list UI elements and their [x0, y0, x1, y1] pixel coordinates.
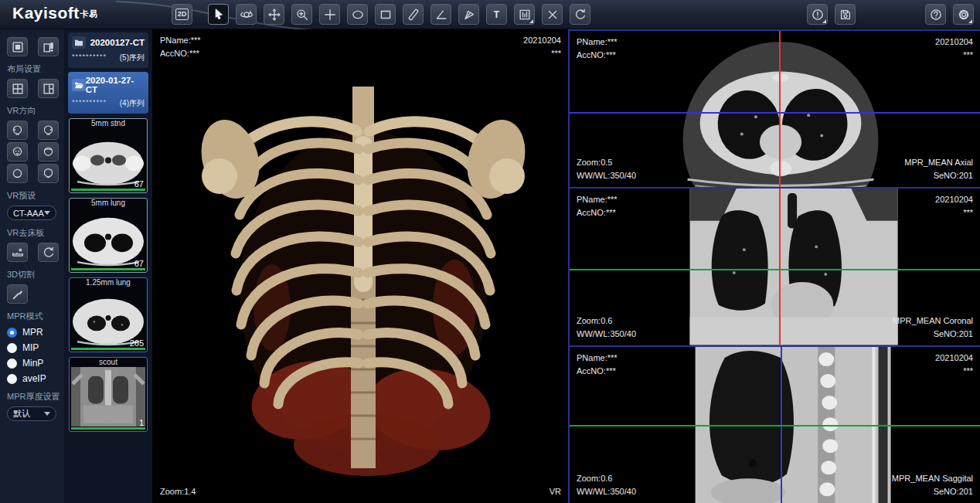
mpr-overlay-top-left: PName:*** AccNO:***	[577, 193, 618, 219]
mpr-overlay-top-left: PName:*** AccNO:***	[577, 36, 618, 62]
masked-value: ***	[935, 365, 973, 378]
vr-head-bottom-button[interactable]	[38, 164, 59, 183]
bed-remove-icon	[11, 246, 25, 260]
swap-layout-icon	[42, 40, 56, 54]
mpr-axial-viewport[interactable]: PName:*** AccNO:*** 20210204 *** Zoom:0.…	[570, 29, 980, 187]
study-item-selected[interactable]: 2020-01-27-CT ********** (4)序列	[68, 72, 148, 114]
help-tool-button[interactable]	[925, 4, 946, 25]
vr-head-back-button[interactable]	[38, 142, 59, 161]
export-save-tool-button[interactable]	[835, 4, 856, 25]
rect-roi-tool-button[interactable]	[375, 4, 396, 25]
sagittal-crosshair-horizontal-green[interactable]	[570, 425, 980, 427]
window-level: WW/WL:350/40	[577, 328, 636, 341]
cobb-angle-tool-button[interactable]	[458, 4, 479, 25]
head-front-icon	[11, 145, 24, 158]
restore-bed-button[interactable]	[38, 243, 59, 262]
accession-number: AccNO:***	[577, 206, 618, 219]
vr-preset-label: VR预设	[7, 190, 64, 202]
mpr-thickness-label: MPR厚度设置	[7, 391, 64, 403]
delete-annotation-tool-button[interactable]	[542, 4, 563, 25]
series-thumbnail-125mm-lung[interactable]: 1.25mm lung 265	[69, 277, 148, 352]
magnify-tool-button[interactable]	[291, 4, 312, 25]
mpr-mode-option-minp[interactable]: MinP	[7, 358, 64, 369]
text-annotation-tool-button[interactable]: T	[486, 4, 507, 25]
series-panel: 20200127-CT ********** (5)序列 2020-01-27-…	[64, 29, 153, 503]
radio-selected-icon	[7, 328, 17, 338]
pan-tool-button[interactable]	[264, 4, 284, 25]
radio-label: MinP	[22, 358, 43, 369]
settings-tool-button[interactable]	[953, 4, 974, 25]
mode-2d-tool-button[interactable]: 2D	[172, 4, 192, 25]
zoom-factor: Zoom:0.5	[577, 156, 636, 169]
info-tool-button[interactable]	[807, 4, 828, 25]
scalpel-cut-button[interactable]	[7, 284, 28, 304]
series-number: SeNO:201	[893, 328, 973, 341]
ellipse-roi-tool-button[interactable]	[347, 4, 368, 25]
mpr-mode-option-aveip[interactable]: aveIP	[7, 373, 64, 384]
toolbar-right-group	[807, 4, 856, 25]
split-1-2-icon	[42, 82, 56, 96]
vr-overlay-top-left: PName:*** AccNO:***	[160, 34, 201, 60]
head-right-icon	[42, 124, 55, 137]
mpr-thickness-value: 默认	[13, 408, 30, 420]
crosshair-tool-button[interactable]	[319, 4, 340, 25]
dicom-viewer-app: Kayisoft卡易 2DT 布局设置	[0, 0, 980, 503]
vr-head-right-button[interactable]	[38, 121, 59, 140]
mpr-coronal-viewport[interactable]: PName:*** AccNO:*** 20210204 *** Zoom:0.…	[570, 187, 980, 345]
zoom-factor: Zoom:1.4	[160, 485, 196, 498]
thumbnail-image	[71, 367, 145, 427]
more-options-indicator	[968, 19, 972, 23]
cursor-tool-button[interactable]	[208, 4, 229, 25]
study-patient-masked: **********	[72, 53, 107, 63]
zoom-factor: Zoom:0.6	[577, 314, 636, 328]
app-logo: Kayisoft卡易	[12, 4, 98, 22]
series-thumbnail-scout[interactable]: scout 1	[69, 357, 148, 432]
split-1-2-layout-button[interactable]	[38, 79, 59, 98]
vr-head-top-button[interactable]	[7, 164, 28, 183]
coronal-crosshair-vertical-red[interactable]	[779, 189, 781, 345]
mpr-overlay-bottom-right: MPR_MEAN Saggital SeNO:201	[892, 472, 973, 498]
view-type-label: VR	[550, 485, 561, 498]
study-series-count: (4)序列	[120, 98, 145, 109]
axial-crosshair-horizontal-blue[interactable]	[570, 112, 980, 114]
top-toolbar: Kayisoft卡易 2DT	[0, 0, 980, 29]
rotate-3d-tool-button[interactable]	[236, 4, 257, 25]
series-number: SeNO:201	[904, 169, 973, 182]
zoom-factor: Zoom:0.6	[577, 472, 636, 485]
head-bottom-icon	[42, 167, 55, 180]
angle-tool-button[interactable]	[430, 4, 451, 25]
radio-label: MIP	[22, 342, 39, 353]
mpr-sagittal-viewport[interactable]: PName:*** AccNO:*** 20210204 *** Zoom:0.…	[570, 345, 980, 503]
thumbnail-image-count: 67	[134, 259, 144, 268]
logo-text-cn: 卡易	[80, 9, 98, 19]
study-title: 2020-01-27-CT	[86, 76, 145, 94]
mpr-mode-option-mpr[interactable]: MPR	[7, 327, 64, 338]
series-thumbnail-5mm-lung[interactable]: 5mm lung 67	[69, 198, 148, 273]
remove-bed-button[interactable]	[7, 243, 28, 262]
mpr-thickness-select[interactable]: 默认	[7, 406, 56, 421]
report-layout-tool-button[interactable]	[514, 4, 535, 25]
more-options-indicator	[822, 19, 826, 23]
mpr-mode-option-mip[interactable]: MIP	[7, 342, 64, 353]
vr-head-front-button[interactable]	[7, 142, 28, 161]
series-thumbnail-5mm-stnd[interactable]: 5mm stnd 67	[69, 118, 148, 193]
window-level: WW/WL:350/40	[577, 169, 636, 182]
logo-text: Kayisoft	[12, 4, 80, 22]
thumbnail-label: 1.25mm lung	[70, 278, 147, 287]
reset-view-tool-button[interactable]	[570, 4, 590, 25]
grid-2x2-layout-button[interactable]	[7, 79, 28, 98]
thumbnail-progress-bar	[71, 189, 145, 191]
coronal-crosshair-horizontal-green[interactable]	[570, 269, 980, 270]
single-view-layout-button[interactable]	[7, 37, 28, 56]
ruler-tool-button[interactable]	[403, 4, 424, 25]
axial-crosshair-vertical-red[interactable]	[779, 31, 781, 187]
series-number: SeNO:201	[892, 485, 973, 498]
swap-layout-button[interactable]	[38, 37, 59, 56]
mpr-overlay-top-right: 20210204 ***	[935, 193, 973, 219]
study-item[interactable]: 20200127-CT ********** (5)序列	[68, 32, 148, 68]
vr-head-left-button[interactable]	[7, 121, 28, 140]
vr-viewport[interactable]: PName:*** AccNO:*** 20210204 *** Zoom:1.…	[153, 29, 568, 503]
patient-name: PName:***	[577, 193, 618, 206]
vr-preset-select[interactable]: CT-AAA	[7, 206, 56, 220]
toolbar-far-group	[925, 4, 974, 25]
